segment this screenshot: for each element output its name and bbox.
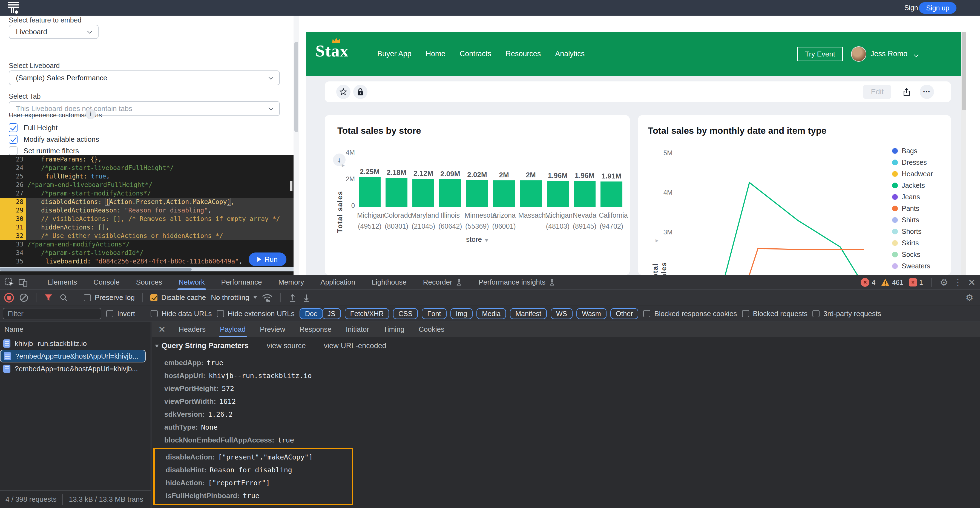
- bar-item[interactable]: 2.25M: [357, 168, 382, 207]
- editor-horizontal-scrollbar[interactable]: [0, 267, 294, 272]
- code-line[interactable]: 28disabledActions: [Action.Present,Actio…: [0, 198, 294, 206]
- bar[interactable]: [412, 179, 434, 207]
- code-line[interactable]: 25fullHeight: true,: [0, 172, 294, 181]
- chip-img[interactable]: Img: [450, 308, 473, 319]
- disable-cache-checkbox[interactable]: Disable cache: [150, 293, 206, 302]
- editor-hscroll-thumb[interactable]: [0, 268, 192, 271]
- bar-item[interactable]: 2.12M: [411, 169, 436, 207]
- bar-category-label[interactable]: Illinois(60642): [438, 210, 463, 232]
- details-tab-headers[interactable]: Headers: [172, 322, 213, 337]
- bar-item[interactable]: 1.96M: [545, 171, 570, 207]
- bar[interactable]: [600, 182, 622, 207]
- bar-item[interactable]: 2.18M: [384, 168, 409, 207]
- bar-category-label[interactable]: Minnesota(55369): [465, 210, 490, 232]
- hide-data-urls-checkbox[interactable]: Hide data URLs: [151, 310, 212, 318]
- chip-wasm[interactable]: Wasm: [576, 308, 606, 319]
- editor-vscroll-thumb[interactable]: [290, 181, 293, 191]
- thoughtspot-logo-icon[interactable]: [7, 2, 20, 14]
- filter-input[interactable]: [3, 308, 101, 319]
- bar-category-label[interactable]: Michigan(48103): [545, 210, 570, 232]
- customisation-checkbox[interactable]: Set runtime filters: [9, 145, 99, 157]
- chip-font[interactable]: Font: [422, 308, 446, 319]
- tab-elements[interactable]: Elements: [39, 275, 85, 290]
- share-button[interactable]: [899, 85, 914, 99]
- inspect-element-icon[interactable]: [5, 278, 14, 287]
- bar-item[interactable]: 2M: [518, 171, 544, 207]
- nav-item-contracts[interactable]: Contracts: [460, 50, 492, 58]
- chip-fetch-xhr[interactable]: Fetch/XHR: [345, 308, 389, 319]
- nav-item-resources[interactable]: Resources: [506, 50, 541, 58]
- code-line[interactable]: 30// visibleActions: [], /* Removes all …: [0, 215, 294, 223]
- user-name[interactable]: Jess Romo: [870, 50, 907, 58]
- bar-item[interactable]: 1.91M: [599, 172, 624, 207]
- chip-other[interactable]: Other: [610, 308, 638, 319]
- blocked-response-cookies-checkbox[interactable]: Blocked response cookies: [643, 310, 737, 318]
- bar-category-label[interactable]: Colorado(80301): [384, 210, 409, 232]
- code-line[interactable]: 32/* Use either visibleActions or hidden…: [0, 232, 294, 240]
- bar-chart-xlabel[interactable]: store: [325, 235, 630, 244]
- try-event-button[interactable]: Try Event: [797, 47, 843, 61]
- bar[interactable]: [547, 181, 569, 207]
- run-button[interactable]: Run: [249, 252, 286, 266]
- tab-network[interactable]: Network: [170, 275, 213, 290]
- view-url-encoded-link[interactable]: view URL-encoded: [324, 342, 387, 350]
- request-row[interactable]: khivjb--run.stackblitz.io: [0, 337, 151, 350]
- axis-expand-icon[interactable]: ▸: [655, 237, 659, 244]
- config-scrollbar[interactable]: [294, 16, 299, 275]
- chip-js[interactable]: JS: [322, 308, 341, 319]
- record-network-log-icon[interactable]: [4, 292, 14, 303]
- tab-memory[interactable]: Memory: [270, 275, 312, 290]
- legend-item-bags[interactable]: Bags: [892, 147, 937, 155]
- bar[interactable]: [385, 178, 407, 207]
- warning-badge[interactable]: 461: [881, 278, 903, 286]
- chip-ws[interactable]: WS: [550, 308, 573, 319]
- details-tab-timing[interactable]: Timing: [376, 322, 412, 337]
- lock-button[interactable]: [353, 85, 368, 99]
- throttling-select[interactable]: No throttling: [211, 293, 257, 302]
- tab-sources[interactable]: Sources: [128, 275, 170, 290]
- request-row[interactable]: ?embedApp=true&hostAppUrl=khivjb...: [0, 350, 146, 363]
- code-line[interactable]: 27/*param-start-modifyActions*/: [0, 189, 294, 198]
- legend-item-shirts[interactable]: Shirts: [892, 216, 937, 224]
- legend-item-headwear[interactable]: Headwear: [892, 170, 937, 178]
- avatar[interactable]: [851, 46, 866, 62]
- details-tab-payload[interactable]: Payload: [213, 322, 253, 337]
- edit-button[interactable]: Edit: [863, 85, 891, 99]
- bar-item[interactable]: 2.09M: [438, 170, 463, 207]
- info-icon[interactable]: i: [86, 109, 96, 119]
- legend-item-pants[interactable]: Pants: [892, 204, 937, 212]
- filter-funnel-icon[interactable]: [44, 294, 53, 302]
- details-tab-response[interactable]: Response: [293, 322, 339, 337]
- bar-chart-ylabel[interactable]: Total sales: [336, 170, 344, 233]
- legend-item-sweaters[interactable]: Sweaters: [892, 262, 937, 270]
- tab-performance[interactable]: Performance: [213, 275, 270, 290]
- line-chart-ylabel[interactable]: Total sales: [651, 244, 668, 275]
- bar-category-label[interactable]: Arizona(86001): [492, 210, 517, 232]
- customisation-checkbox[interactable]: Full Height: [9, 122, 99, 134]
- bar-category-label[interactable]: Maryland(21045): [411, 210, 436, 232]
- line-series-jackets[interactable]: [724, 182, 858, 275]
- request-row[interactable]: ?embedApp=true&hostAppUrl=khivjb...: [0, 363, 151, 375]
- bar-item[interactable]: 2M: [492, 171, 517, 207]
- search-icon[interactable]: [59, 293, 68, 302]
- query-string-toggle[interactable]: Query String Parameters: [155, 342, 249, 350]
- request-list-header[interactable]: Name: [0, 322, 151, 337]
- embed-scrollbar-thumb[interactable]: [962, 32, 966, 110]
- details-tab-preview[interactable]: Preview: [253, 322, 292, 337]
- legend-item-dresses[interactable]: Dresses: [892, 158, 937, 166]
- close-devtools-icon[interactable]: ✕: [968, 277, 976, 288]
- liveboard-select[interactable]: (Sample) Sales Performance: [9, 70, 280, 85]
- code-line[interactable]: 31hiddenActions: [],: [0, 223, 294, 232]
- bar[interactable]: [359, 177, 380, 207]
- issues-badge[interactable]: ×1: [909, 278, 923, 286]
- tab-console[interactable]: Console: [85, 275, 127, 290]
- error-badge[interactable]: ×4: [861, 278, 875, 287]
- chip-manifest[interactable]: Manifest: [510, 308, 547, 319]
- nav-item-buyer-app[interactable]: Buyer App: [377, 50, 412, 58]
- bar-category-label[interactable]: Massach...: [518, 210, 544, 232]
- bar-item[interactable]: 2.02M: [465, 171, 490, 207]
- tab-recorder[interactable]: Recorder: [415, 275, 471, 290]
- bar[interactable]: [574, 181, 595, 207]
- tab-application[interactable]: Application: [312, 275, 363, 290]
- details-tab-cookies[interactable]: Cookies: [412, 322, 452, 337]
